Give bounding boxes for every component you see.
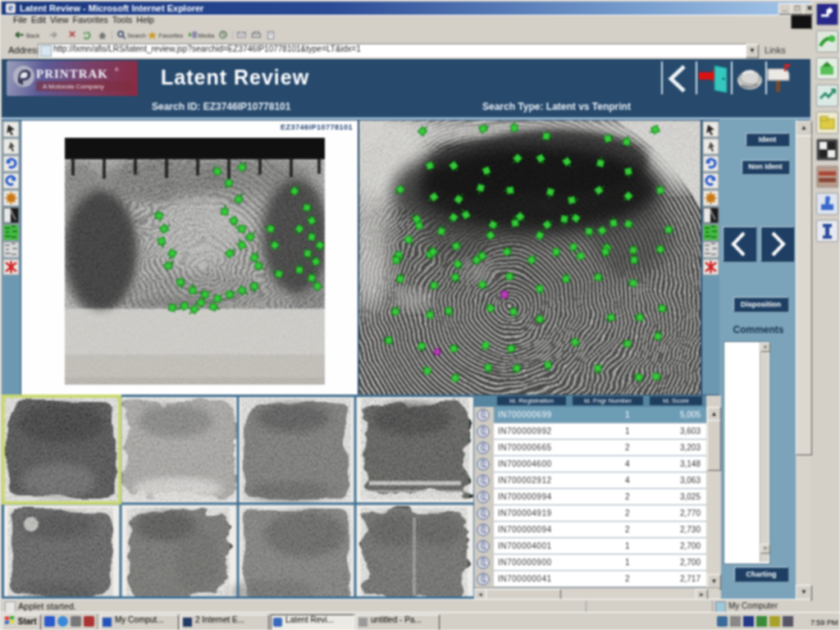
svg-text:Favorites: Favorites: [159, 32, 184, 39]
svg-text:Back: Back: [26, 32, 39, 39]
svg-text:®: ®: [115, 67, 119, 72]
svg-text:PRINTRAK: PRINTRAK: [36, 67, 108, 80]
svg-text:Search: Search: [127, 32, 146, 39]
svg-text:A Motorola Company: A Motorola Company: [43, 83, 104, 90]
svg-text:Media: Media: [199, 32, 215, 39]
